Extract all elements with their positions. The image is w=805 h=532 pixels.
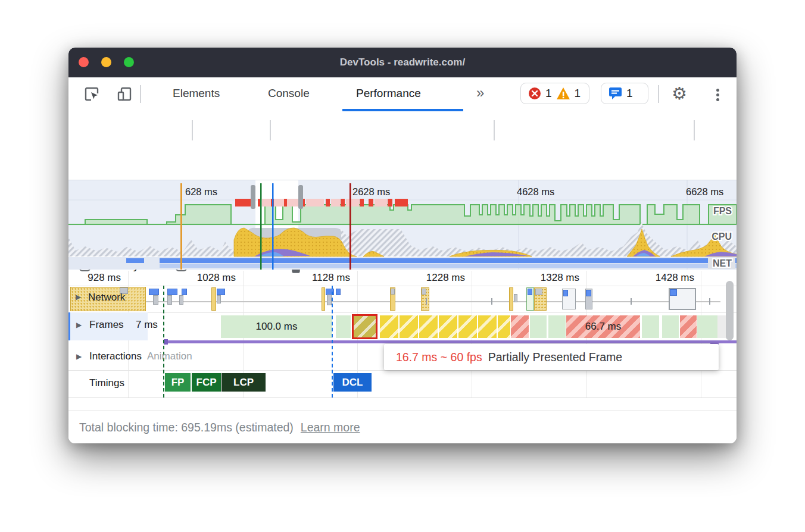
animation-label: Animation <box>147 351 192 362</box>
status-bar: Total blocking time: 695.19ms (estimated… <box>68 411 737 443</box>
network-tick <box>631 298 632 305</box>
network-request-block[interactable] <box>327 295 332 305</box>
network-request-block[interactable] <box>528 289 532 295</box>
overview-tick: 6628 ms <box>686 186 723 197</box>
track-separator <box>68 312 737 313</box>
animation-bar-start-cap <box>164 339 168 345</box>
frame-selected-partial[interactable] <box>352 314 377 339</box>
tab-elements[interactable]: Elements <box>173 87 220 100</box>
devtools-window: DevTools - readwrite.com/ Elements Conso… <box>68 48 737 443</box>
message-count: 1 <box>626 87 633 100</box>
overview-tick: 4628 ms <box>517 186 554 197</box>
total-blocking-time-text: Total blocking time: 695.19ms (estimated… <box>79 421 294 434</box>
frame-good[interactable] <box>336 315 351 338</box>
network-request-block[interactable] <box>179 295 183 305</box>
ruler-tick: 928 ms <box>73 272 121 284</box>
error-icon <box>528 87 541 100</box>
fcp-marker-line <box>163 286 164 398</box>
more-tabs-icon[interactable]: » <box>476 85 484 101</box>
divider <box>658 85 659 103</box>
ruler-tick: 1228 ms <box>417 272 465 284</box>
frame-partial[interactable] <box>419 315 438 338</box>
tooltip-label: Partially Presented Frame <box>488 351 622 364</box>
network-tick <box>491 298 492 305</box>
network-request-block[interactable] <box>391 289 395 295</box>
frame-dropped[interactable]: 66.7 ms <box>566 315 640 338</box>
frame-good[interactable] <box>662 315 679 338</box>
selection-handle-left[interactable] <box>251 185 255 209</box>
timeline-overview[interactable]: 628 ms 2628 ms 4628 ms 6628 ms FPS CPU N… <box>68 180 737 270</box>
fcp-marker[interactable]: FCP <box>192 373 221 392</box>
network-request-block[interactable] <box>149 289 159 295</box>
frame-good[interactable] <box>697 315 717 338</box>
cpu-row-label: CPU <box>712 231 732 242</box>
dcl-marker[interactable]: DCL <box>333 373 372 392</box>
frame-good[interactable] <box>530 315 547 338</box>
network-request-block[interactable] <box>422 289 426 295</box>
frame-partial[interactable] <box>400 315 418 338</box>
frame-good[interactable] <box>548 315 566 338</box>
learn-more-link[interactable]: Learn more <box>301 421 360 434</box>
interactions-expand-triangle-icon[interactable]: ▶ <box>76 352 82 361</box>
messages-badge[interactable]: 1 <box>601 83 648 104</box>
device-toolbar-icon[interactable] <box>116 86 133 102</box>
warning-icon <box>556 87 570 100</box>
frame-tooltip: 16.7 ms ~ 60 fps Partially Presented Fra… <box>384 344 719 370</box>
vertical-scrollbar-thumb[interactable] <box>726 281 734 340</box>
issues-badge[interactable]: 1 1 <box>520 83 589 104</box>
network-request-block[interactable] <box>182 289 187 295</box>
network-request-block[interactable] <box>336 289 341 295</box>
error-count: 1 <box>545 87 552 100</box>
frames-expand-triangle-icon[interactable]: ▶ <box>76 321 82 329</box>
network-track-label: Network <box>88 292 125 303</box>
network-track: ▶ Network <box>68 286 737 312</box>
frame-partial[interactable] <box>380 315 398 338</box>
selection-handle-right[interactable] <box>298 185 303 209</box>
settings-gear-icon[interactable]: ⚙ <box>672 85 687 102</box>
frame-dropped[interactable] <box>680 315 697 338</box>
network-request-block[interactable] <box>167 295 172 305</box>
network-request-block[interactable] <box>217 295 221 303</box>
frame-partial[interactable] <box>439 315 457 338</box>
divider <box>270 120 271 140</box>
interactions-track-label: Interactions <box>89 351 142 362</box>
network-request-block[interactable] <box>670 289 677 296</box>
network-expand-triangle-icon[interactable]: ▶ <box>76 293 81 301</box>
ruler-tick: 1128 ms <box>302 272 350 284</box>
animation-duration-bar[interactable] <box>164 340 737 343</box>
network-request-block[interactable] <box>514 294 517 302</box>
tab-console[interactable]: Console <box>268 87 310 100</box>
fp-marker[interactable]: FP <box>165 373 191 392</box>
inspect-element-icon[interactable] <box>83 86 100 102</box>
track-separator <box>68 370 737 371</box>
frame-partial[interactable] <box>498 315 510 338</box>
timings-track-label: Timings <box>89 377 124 389</box>
window-title: DevTools - readwrite.com/ <box>68 48 737 77</box>
tab-performance[interactable]: Performance <box>356 87 421 100</box>
capture-options-row: Memory Web Vitals <box>68 149 737 180</box>
frame-good[interactable] <box>642 315 659 338</box>
network-request-block[interactable] <box>586 290 591 296</box>
network-request-block[interactable] <box>509 287 513 311</box>
frames-track-label: Frames <box>89 319 124 331</box>
performance-toolbar: readwrite.com #1 Screenshots ⚙ <box>68 111 737 149</box>
lcp-marker[interactable]: LCP <box>221 373 266 392</box>
net-chart <box>126 258 737 268</box>
network-timeline-line <box>146 301 720 302</box>
frame-dropped[interactable] <box>511 315 529 338</box>
kebab-menu-icon[interactable] <box>716 87 719 103</box>
frame-partial[interactable] <box>478 315 497 338</box>
frame-partial[interactable] <box>458 315 477 338</box>
network-request-block[interactable] <box>153 295 158 305</box>
network-request-block[interactable] <box>167 289 177 295</box>
dcl-marker-line <box>332 286 333 398</box>
network-request-block[interactable] <box>563 290 568 296</box>
network-request-block[interactable] <box>211 287 216 311</box>
frame-good[interactable]: 100.0 ms <box>221 315 332 338</box>
network-request-block[interactable] <box>535 289 542 295</box>
network-request-block[interactable] <box>217 289 225 295</box>
ruler-tick: 1028 ms <box>188 272 236 284</box>
network-request-block[interactable] <box>322 287 325 311</box>
network-tick <box>709 298 710 305</box>
overview-marker-darkred <box>350 183 351 270</box>
